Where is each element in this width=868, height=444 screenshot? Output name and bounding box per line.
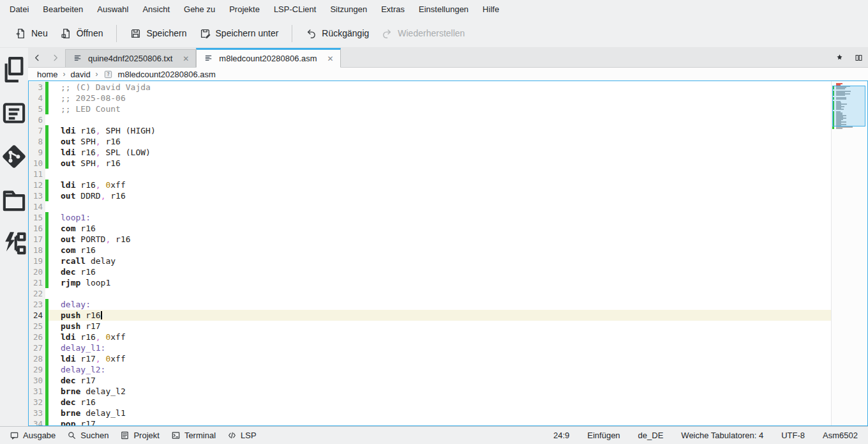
- line-number: 16: [29, 223, 45, 234]
- code-line-11[interactable]: 11: [29, 169, 831, 180]
- menu-gehe-zu[interactable]: Gehe zu: [177, 0, 222, 19]
- r-ckg-ngig-button[interactable]: Rückgängig: [299, 24, 375, 43]
- code-line-13[interactable]: 13out DDRD, r16: [29, 190, 831, 201]
- code-line-3[interactable]: 3;; (C) David Vajda: [29, 82, 831, 93]
- code-line-8[interactable]: 8out SPH, r16: [29, 136, 831, 147]
- editor[interactable]: 3;; (C) David Vajda4;; 2025-08-065;; LED…: [28, 80, 868, 426]
- encoding[interactable]: UTF-8: [781, 431, 805, 440]
- minimap-viewport[interactable]: [832, 86, 865, 126]
- tab-settings[interactable]: Weiche Tabulatoren: 4: [681, 431, 763, 440]
- code-line-21[interactable]: 21rjmp loop1: [29, 277, 831, 288]
- line-number: 17: [29, 234, 45, 245]
- menu-hilfe[interactable]: Hilfe: [475, 0, 506, 19]
- toggle-terminal[interactable]: Terminal: [165, 427, 221, 444]
- toggle-ausgabe[interactable]: Ausgabe: [4, 427, 61, 444]
- code-line-16[interactable]: 16com r16: [29, 223, 831, 234]
- scrollbar-minimap[interactable]: [831, 81, 867, 425]
- line-number: 7: [29, 125, 45, 136]
- history-forward-button[interactable]: [46, 48, 64, 67]
- statusbar-tool-buttons: AusgabeSuchenProjektTerminalLSP: [4, 427, 262, 444]
- lsp-client-icon: [0, 229, 28, 257]
- code-line-18[interactable]: 18com r16: [29, 245, 831, 256]
- breadcrumb-file[interactable]: m8ledcount20280806.asm: [118, 70, 216, 79]
- filesystem-icon: [0, 186, 28, 214]
- code-text: rjmp loop1: [49, 277, 831, 288]
- sidebar-tool-git[interactable]: [0, 142, 28, 171]
- code-line-33[interactable]: 33brne delay_l1: [29, 408, 831, 418]
- code-line-4[interactable]: 4;; 2025-08-06: [29, 93, 831, 103]
- code-line-19[interactable]: 19rcall delay: [29, 256, 831, 266]
- tab-close-button[interactable]: ✕: [327, 54, 334, 63]
- status-bar: AusgabeSuchenProjektTerminalLSP 24:9Einf…: [0, 426, 868, 444]
- cursor-position[interactable]: 24:9: [553, 431, 569, 440]
- line-number: 15: [29, 212, 45, 223]
- menu-ansicht[interactable]: Ansicht: [135, 0, 177, 19]
- code-line-14[interactable]: 14: [29, 201, 831, 212]
- code-line-12[interactable]: 12ldi r16, 0xff: [29, 180, 831, 190]
- toggle-suchen[interactable]: Suchen: [61, 427, 114, 444]
- code-line-28[interactable]: 28ldi r17, 0xff: [29, 353, 831, 364]
- sidebar-tool-lsp-client[interactable]: [0, 229, 28, 257]
- code-line-29[interactable]: 29delay_l2:: [29, 364, 831, 375]
- menu-lsp-client[interactable]: LSP-CLient: [267, 0, 323, 19]
- sidebar-tool-symbol-outline[interactable]: [0, 99, 28, 127]
- code-line-22[interactable]: 22: [29, 288, 831, 299]
- breadcrumb-segment-david[interactable]: david: [71, 70, 91, 79]
- highlight-mode[interactable]: Asm6502: [823, 431, 858, 440]
- sidebar-tool-filesystem[interactable]: [0, 186, 28, 214]
- menu-projekte[interactable]: Projekte: [222, 0, 267, 19]
- menu-bearbeiten[interactable]: Bearbeiten: [36, 0, 90, 19]
- code-line-32[interactable]: 32dec r16: [29, 397, 831, 408]
- menu-einstellungen[interactable]: Einstellungen: [412, 0, 475, 19]
- code-line-30[interactable]: 30dec r17: [29, 375, 831, 386]
- code-line-15[interactable]: 15loop1:: [29, 212, 831, 223]
- tab-m8ledcount20280806-asm[interactable]: m8ledcount20280806.asm✕: [196, 48, 340, 68]
- code-line-6[interactable]: 6: [29, 114, 831, 125]
- split-view-button[interactable]: [849, 48, 868, 67]
- breadcrumb: home›david›?m8ledcount20280806.asm: [28, 68, 868, 80]
- ffnen-button[interactable]: Öffnen: [54, 24, 110, 43]
- code-text: com r16: [49, 245, 831, 256]
- toggle-projekt[interactable]: Projekt: [114, 427, 165, 444]
- line-number: 34: [29, 418, 45, 426]
- code-line-24[interactable]: 24push r16: [29, 310, 831, 321]
- speichern-button[interactable]: Speichern: [124, 24, 193, 43]
- code-line-20[interactable]: 20dec r16: [29, 266, 831, 277]
- tab-close-button[interactable]: ✕: [183, 54, 189, 63]
- code-text: delay_l2:: [49, 364, 831, 375]
- code-line-5[interactable]: 5;; LED Count: [29, 103, 831, 114]
- menu-datei[interactable]: Datei: [3, 0, 36, 19]
- input-mode[interactable]: Einfügen: [587, 431, 620, 440]
- code-line-31[interactable]: 31brne delay_l2: [29, 386, 831, 397]
- dictionary[interactable]: de_DE: [638, 431, 664, 440]
- code-area[interactable]: 3;; (C) David Vajda4;; 2025-08-065;; LED…: [29, 81, 831, 425]
- line-number: 6: [29, 114, 45, 125]
- breadcrumb-segment-home[interactable]: home: [37, 70, 58, 79]
- pin-tab-button[interactable]: [830, 48, 849, 67]
- menu-auswahl[interactable]: Auswahl: [90, 0, 135, 19]
- code-line-26[interactable]: 26ldi r16, 0xff: [29, 332, 831, 342]
- neu-button[interactable]: Neu: [9, 24, 54, 43]
- speichern-unter-button[interactable]: Speichern unter: [193, 24, 285, 43]
- lsp-icon: [227, 431, 237, 440]
- line-number: 5: [29, 103, 45, 114]
- sidebar-tool-documents[interactable]: [0, 56, 28, 84]
- svg-text:?: ?: [107, 72, 109, 77]
- code-line-7[interactable]: 7ldi r16, SPH (HIGH): [29, 125, 831, 136]
- wiederherstellen-button[interactable]: Wiederherstellen: [375, 24, 471, 43]
- menu-extras[interactable]: Extras: [374, 0, 412, 19]
- line-number: 27: [29, 342, 45, 353]
- code-line-34[interactable]: 34pop r17: [29, 418, 831, 426]
- tab-quine4dnf20250806-txt[interactable]: quine4dnf20250806.txt✕: [65, 49, 196, 67]
- menu-sitzungen[interactable]: Sitzungen: [323, 0, 374, 19]
- history-back-button[interactable]: [28, 48, 46, 67]
- code-line-9[interactable]: 9ldi r16, SPL (LOW): [29, 147, 831, 158]
- code-line-17[interactable]: 17out PORTD, r16: [29, 234, 831, 245]
- code-line-25[interactable]: 25push r17: [29, 321, 831, 332]
- git-icon: [0, 142, 28, 171]
- code-line-27[interactable]: 27delay_l1:: [29, 342, 831, 353]
- document-icon: [204, 54, 214, 63]
- toggle-lsp[interactable]: LSP: [221, 427, 262, 444]
- code-line-10[interactable]: 10out SPH, r16: [29, 158, 831, 169]
- code-line-23[interactable]: 23delay:: [29, 299, 831, 310]
